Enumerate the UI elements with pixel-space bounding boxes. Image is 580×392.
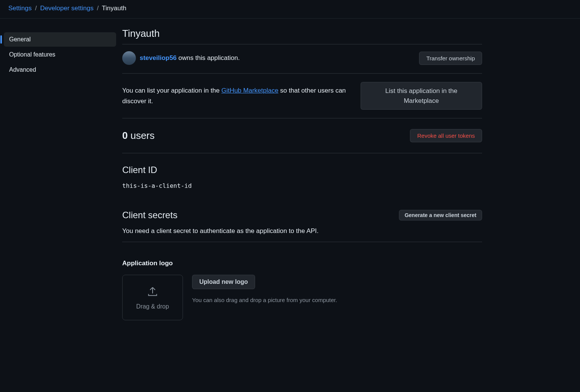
breadcrumb-developer-settings[interactable]: Developer settings [40,5,94,12]
owner-suffix-text: owns this application. [177,54,240,61]
list-in-marketplace-button[interactable]: List this application in the Marketplace [361,82,482,110]
sidebar-item-advanced[interactable]: Advanced [4,63,116,77]
avatar[interactable] [122,51,136,65]
upload-column: Upload new logo You can also drag and dr… [192,275,337,320]
marketplace-row: You can list your application in the Git… [122,74,482,118]
sidebar-item-label: General [9,36,31,43]
upload-icon [147,285,159,299]
marketplace-text-before: You can list your application in the [122,87,221,94]
transfer-ownership-button[interactable]: Transfer ownership [419,52,482,65]
breadcrumb-separator: / [97,5,99,12]
users-count-number: 0 [122,130,128,141]
upload-new-logo-button[interactable]: Upload new logo [192,275,255,289]
client-id-section: Client ID this-is-a-client-id [122,153,482,189]
main-content: Tinyauth steveiliop56 owns this applicat… [122,28,494,320]
users-row: 0 users Revoke all user tokens [122,118,482,153]
breadcrumb-separator: / [35,5,37,12]
owner-username-link[interactable]: steveiliop56 [140,54,177,61]
client-secrets-heading: Client secrets [122,210,177,220]
breadcrumb-current: Tinyauth [102,5,126,12]
sidebar-item-optional-features[interactable]: Optional features [4,47,116,62]
owner-info: steveiliop56 owns this application. [122,51,240,65]
sidebar-item-label: Advanced [9,66,36,73]
users-count: 0 users [122,130,154,142]
sidebar-item-label: Optional features [9,51,55,58]
application-logo-section: Application logo Drag & drop Upload new … [122,242,482,320]
client-secrets-description: You need a client secret to authenticate… [122,227,482,242]
users-count-label: users [128,130,154,141]
revoke-all-tokens-button[interactable]: Revoke all user tokens [410,129,482,142]
upload-hint: You can also drag and drop a picture fro… [192,297,337,303]
client-secrets-header: Client secrets Generate a new client sec… [122,210,482,220]
github-marketplace-link[interactable]: GitHub Marketplace [221,87,278,94]
generate-client-secret-button[interactable]: Generate a new client secret [399,210,482,220]
client-secrets-section: Client secrets Generate a new client sec… [122,189,482,242]
owner-row: steveiliop56 owns this application. Tran… [122,51,482,74]
logo-dropzone[interactable]: Drag & drop [122,275,183,320]
sidebar: General Optional features Advanced [0,28,122,320]
breadcrumb-settings[interactable]: Settings [8,5,32,12]
page-title: Tinyauth [122,28,482,44]
sidebar-item-general[interactable]: General [4,32,116,47]
breadcrumb: Settings / Developer settings / Tinyauth [0,0,580,19]
logo-row: Drag & drop Upload new logo You can also… [122,275,482,320]
dropzone-label: Drag & drop [136,303,169,310]
marketplace-text: You can list your application in the Git… [122,85,355,106]
client-id-value: this-is-a-client-id [122,182,482,189]
client-id-heading: Client ID [122,165,482,175]
application-logo-heading: Application logo [122,260,482,267]
